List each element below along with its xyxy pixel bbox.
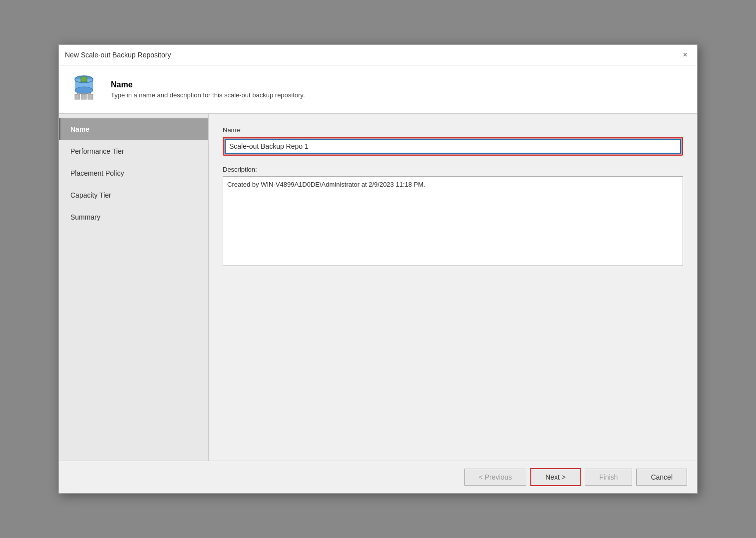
svg-point-2 [75,87,93,94]
header-title: Name [111,80,305,89]
title-bar: New Scale-out Backup Repository × [59,45,697,65]
sidebar-item-placement-policy[interactable]: Placement Policy [59,162,208,184]
previous-button[interactable]: < Previous [464,469,527,486]
description-field-group: Description: Created by WIN-V4899A1D0DE\… [223,166,683,268]
name-label: Name: [223,126,683,134]
header-section: Name Type in a name and description for … [59,65,697,114]
finish-button[interactable]: Finish [585,469,632,486]
svg-rect-6 [81,94,86,99]
content-area: Name Performance Tier Placement Policy C… [59,114,697,461]
dialog: New Scale-out Backup Repository × [58,44,698,494]
next-button[interactable]: Next > [530,468,581,486]
close-button[interactable]: × [679,49,691,61]
description-label: Description: [223,166,683,173]
sidebar-item-summary[interactable]: Summary [59,206,208,228]
dialog-title: New Scale-out Backup Repository [65,51,171,59]
name-field-group: Name: [223,126,683,156]
header-description: Type in a name and description for this … [111,91,305,99]
sidebar-item-performance-tier[interactable]: Performance Tier [59,140,208,162]
name-input-wrapper [223,137,683,156]
header-text: Name Type in a name and description for … [111,80,305,99]
svg-rect-7 [88,94,93,99]
cancel-button[interactable]: Cancel [636,469,687,486]
main-form: Name: Description: Created by WIN-V4899A… [209,114,697,461]
sidebar-item-name[interactable]: Name [59,118,208,140]
sidebar-item-capacity-tier[interactable]: Capacity Tier [59,184,208,206]
sidebar: Name Performance Tier Placement Policy C… [59,114,209,461]
database-icon [69,73,101,105]
svg-rect-4 [81,77,87,82]
svg-rect-5 [75,94,80,99]
description-textarea[interactable]: Created by WIN-V4899A1D0DE\Administrator… [223,176,683,266]
footer: < Previous Next > Finish Cancel [59,461,697,493]
name-input[interactable] [225,139,681,154]
